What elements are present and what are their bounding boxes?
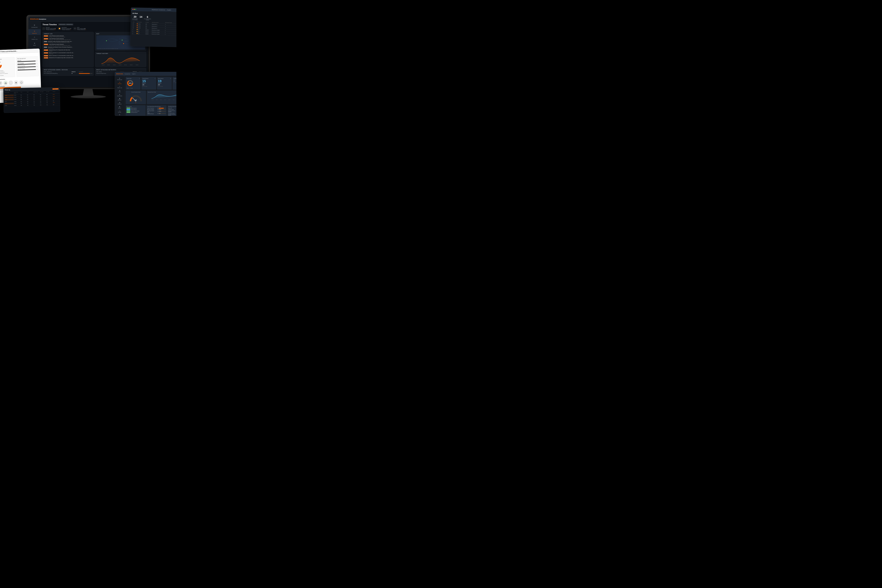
- tl-col-detection: Detection Name: [14, 92, 20, 94]
- tl-col-app: App Name: [40, 92, 46, 93]
- threat-text-2: A new Detection Inactive Detected: [49, 38, 71, 39]
- device-stat-icon: 📱: [42, 27, 45, 30]
- os-stat-3: 6 Non-UpgradeableDevices: [144, 15, 151, 21]
- feature-label-3: Suspicious App Analysis: [131, 111, 140, 111]
- critical-event-fill-2: [159, 109, 161, 110]
- os-risk-title: OS Risk: [132, 12, 176, 15]
- critical-past-label: past 90 days: [142, 86, 155, 87]
- risky-devices-title: Risky Devices ℹ: [158, 78, 171, 79]
- threat-history-panel: Threat History: [95, 52, 146, 67]
- ins-man-icon: ⚙: [119, 114, 120, 116]
- critical-event-count-4: 2: [156, 113, 158, 114]
- ins-row3: Key Features FEATURE MDM Integration FEA…: [126, 105, 176, 116]
- svg-text:May 01: May 01: [173, 99, 175, 100]
- key-features-card: Key Features FEATURE MDM Integration FEA…: [126, 105, 146, 116]
- critical-event-1: System Tampering 6: [147, 108, 166, 109]
- attacked-col-threats: THREATS: [72, 71, 78, 72]
- threatlog-table-panel: Threat Log Action Triggered Device Name …: [3, 87, 60, 113]
- ins-nav-devices[interactable]: ▣ DEVICES: [115, 97, 124, 101]
- operational-donut: 📱: [0, 60, 3, 70]
- feature-3: FEATURE Suspicious App Analysis: [126, 110, 145, 111]
- svg-text:5/9/23: 5/9/23: [136, 64, 138, 66]
- ins-nav-osrisk[interactable]: △ OS RISK: [115, 110, 124, 113]
- maximize-dot[interactable]: [135, 9, 136, 10]
- security-trend-card: Security Score Trend ℹ Mar Apr: [147, 90, 176, 104]
- feature-label-1: MDM Integration: [131, 108, 137, 109]
- ins-tl-icon: ⚠: [119, 86, 120, 87]
- network-stat-icon: 📶: [58, 27, 61, 30]
- threat-badge-9: Disrupted: [44, 57, 48, 58]
- operational-mode-title: Operational Mode: [0, 58, 14, 60]
- ins-nav-profiles[interactable]: ▤ PROFILES: [115, 101, 124, 105]
- risk-pct-2: 0%: [36, 63, 38, 64]
- trend-chart-svg: Mar Apr Apr 01 Apr 08 Apr 15 Apr 22 May …: [148, 93, 176, 100]
- networks-detected-num: 1: [70, 29, 70, 30]
- attacked-data-row-1: 64477764dcca1078760a2395-g... 33: [44, 73, 92, 74]
- risk-item-1: Jailbroken 0%: [17, 59, 38, 62]
- sidebar-item-dashboard[interactable]: ⊞ DASHBOARD: [28, 23, 40, 29]
- ins-nav-dashboard[interactable]: ⊞ DASHBOARD: [115, 77, 124, 81]
- threat-sub-1: 1 day ago 64477764dcca1078760a2395-gp...: [49, 36, 66, 38]
- svg-point-7: [0, 62, 1, 68]
- minimize-dot[interactable]: [134, 9, 135, 10]
- critical-event-label-3: Suspicious Android App: [147, 110, 155, 112]
- risk-pct-1: 0%: [36, 60, 38, 62]
- ins-pol-icon: ◉: [119, 106, 120, 108]
- ins-row1: Device Pool ℹ 40% ● Active ● Inactive: [126, 77, 176, 90]
- ins-lang[interactable]: English ▾: [132, 74, 136, 75]
- app-icon-3: ⊞: [14, 81, 18, 85]
- tl-col-time: Time: [27, 92, 33, 93]
- tl-col-status: Status: [53, 91, 59, 93]
- ins-nav-extensions[interactable]: ⊕ EXTENSIONS: [115, 93, 124, 97]
- risky-event-1: Device Pin 10: [168, 108, 176, 109]
- threat-history-chart: 5/3/23 5/4/23 5/5/23 5/6/23 5/7/23 5/8/2…: [96, 55, 145, 66]
- ins-nav-apps[interactable]: ◈ APPS: [115, 89, 124, 93]
- date-range[interactable]: 05/03/2023 - 05/09/2023: [58, 24, 74, 26]
- sidebar-item-apps[interactable]: ◈ APPS: [28, 41, 40, 47]
- critical-event-2: BitLocker Disabled 3: [147, 109, 166, 110]
- threat-badge-5: Denied: [44, 46, 47, 48]
- threat-item-7: Disrupted Device is dormant. It is recom…: [44, 52, 92, 54]
- risk-item-4: High-Risk Devices 0%: [18, 68, 38, 70]
- critical-event-label-1: System Tampering: [147, 108, 155, 109]
- window-dots: [132, 9, 136, 10]
- ins-dev-label: DEVICES: [118, 100, 122, 100]
- threat-item-8: Disrupted Device is dormant. It is recom…: [44, 55, 92, 57]
- sidebar-item-insights[interactable]: ◎ INSIGHTS: [28, 29, 40, 35]
- ins-nav-threatlog[interactable]: ⚠ THREAT LOG: [115, 85, 124, 89]
- ins-nav-manage[interactable]: ⚙ MANAGE: [115, 113, 124, 116]
- monitor-stand-base: [70, 95, 106, 98]
- feature-badge-2: FEATURE: [126, 109, 130, 110]
- app-icon-2: 🛡: [0, 81, 3, 86]
- svg-text:5/6/23: 5/6/23: [119, 64, 122, 66]
- critical-event-3: Suspicious Android App 3: [147, 110, 166, 112]
- device-pool-info[interactable]: ℹ: [139, 78, 140, 79]
- feature-badge-3: FEATURE: [126, 110, 130, 111]
- ins-dashboard-label: DASHBOARD: [117, 80, 122, 80]
- sidebar-item-threatlog[interactable]: ⚠ THREAT LOG: [28, 35, 40, 41]
- critical-event-label-4: Device Jailbroken/Rooted: [147, 112, 155, 114]
- critical-info[interactable]: ℹ: [155, 78, 155, 79]
- insights-header: Bitdefender. GravityZone English ▾: [115, 72, 176, 76]
- score-info[interactable]: ℹ: [140, 92, 140, 93]
- most-attacked-users-panel: Most Attacked Users / Devices EMAIL / DE…: [42, 68, 94, 76]
- risky-past-label: past 90 days: [158, 86, 171, 87]
- risky-info[interactable]: ℹ: [170, 78, 171, 79]
- ins-layout: ⊞ DASHBOARD ◎ INSIGHTS ⚠ THREAT LOG ◈ AP…: [115, 76, 176, 116]
- close-dot[interactable]: [132, 9, 134, 10]
- sidebar-label-insights: INSIGHTS: [32, 33, 37, 34]
- threat-text-3: Detected Location Permission Request iOS…: [48, 41, 72, 42]
- ins-nav-policy[interactable]: ◉ POLICY: [115, 105, 124, 110]
- risky-devices-card: Risky Devices ℹ 19 current 20 past 90 da…: [157, 77, 172, 90]
- monitor-stand-neck: [81, 89, 95, 96]
- feature-4: FEATURE Phishing Detection: [126, 112, 145, 113]
- app-dist-section: App Version Distribution 🛡 🛡 🤖 ⊞ ◯: [0, 78, 39, 86]
- top-critical-title: Top Critical Events (Past 90 Days): [147, 106, 166, 107]
- critical-event-bar-2: [159, 109, 166, 110]
- ins-nav-insights[interactable]: ◎ INSIGHTS: [115, 81, 124, 85]
- bd-logo: BitdefenderGravityZone: [30, 18, 46, 20]
- ins-tl-label: THREAT LOG: [117, 87, 122, 88]
- os-risk-panel-title: Bitdefender GravityZone — English: [137, 9, 176, 11]
- threat-text-5: Detected Local Network Access Permission…: [48, 46, 73, 48]
- critical-event-fill-4: [159, 113, 160, 114]
